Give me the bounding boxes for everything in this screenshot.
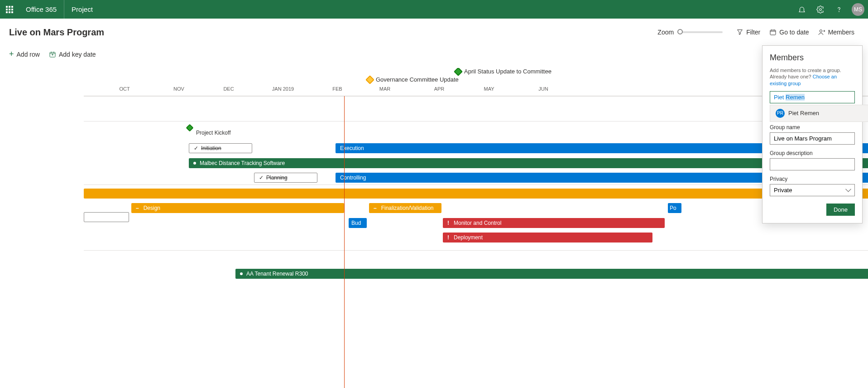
- minus-icon: –: [374, 205, 377, 211]
- privacy-label: Privacy: [770, 176, 855, 182]
- task-bar-design[interactable]: –Design: [131, 203, 344, 213]
- svg-rect-5: [11, 9, 13, 10]
- axis-tick: DEC: [223, 86, 234, 92]
- task-label: Bud: [351, 220, 361, 226]
- brand-link[interactable]: Office 365: [19, 0, 64, 19]
- task-label: Po: [670, 205, 676, 211]
- milestone-label: Governance Committee Update: [376, 76, 459, 83]
- members-button[interactable]: Members: [814, 26, 859, 39]
- task-label: Monitor and Control: [454, 220, 501, 226]
- notifications-button[interactable]: [792, 0, 811, 19]
- timeline: Governance Committee Update April Status…: [0, 68, 868, 388]
- today-line: [344, 96, 345, 388]
- help-button[interactable]: [830, 0, 848, 19]
- settings-button[interactable]: [811, 0, 830, 19]
- check-icon: ✓: [259, 175, 264, 181]
- month-axis: OCT NOV DEC JAN 2019 FEB MAR APR MAY JUN: [84, 86, 868, 96]
- task-label: Design: [144, 205, 160, 211]
- summary-bar[interactable]: AA Tenant Renewal R300: [235, 269, 868, 279]
- diamond-green-icon: [454, 68, 463, 76]
- warning-icon: !: [447, 220, 449, 226]
- page-title: Live on Mars Program: [9, 27, 104, 38]
- timeline-row: AA Tenant Renewal R300 PR Piet Remen AA …: [84, 250, 868, 282]
- zoom-label: Zoom: [657, 29, 674, 36]
- row-headers-column: [0, 68, 84, 388]
- task-bar-initiation[interactable]: ✓Initiation: [189, 143, 252, 153]
- zoom-handle[interactable]: [677, 29, 683, 34]
- dot-icon: [240, 272, 243, 275]
- milestone-callouts: Governance Committee Update April Status…: [84, 68, 868, 86]
- milestone-april-status[interactable]: April Status Update to Committee: [455, 68, 551, 75]
- axis-tick: NOV: [173, 86, 184, 92]
- task-bar-bud[interactable]: Bud: [349, 218, 367, 228]
- add-row-button[interactable]: + Add row: [9, 49, 40, 59]
- done-button[interactable]: Done: [826, 204, 855, 216]
- group-name-input[interactable]: [770, 132, 855, 145]
- dot-icon: [193, 162, 196, 165]
- app-name[interactable]: Project: [64, 5, 100, 13]
- goto-date-button[interactable]: Go to date: [765, 26, 813, 39]
- members-panel: Members Add members to create a group. A…: [762, 45, 863, 223]
- svg-rect-2: [11, 6, 13, 8]
- svg-rect-3: [6, 9, 8, 10]
- task-label: Finalization/Validation: [381, 205, 434, 211]
- timeline-row: Malbec Distance Tracking Software MS Mar…: [84, 121, 868, 184]
- svg-point-10: [839, 11, 839, 12]
- milestone-governance[interactable]: Governance Committee Update: [367, 76, 459, 83]
- group-name-label: Group name: [770, 124, 855, 131]
- milestone-diamond-icon[interactable]: [186, 124, 194, 132]
- add-row-label: Add row: [17, 51, 40, 58]
- actions-row: + Add row Add key date: [0, 46, 868, 68]
- svg-point-12: [820, 30, 822, 32]
- axis-tick: MAY: [484, 86, 494, 92]
- task-label: AA Tenant Renewal R300: [246, 271, 308, 277]
- axis-tick: JAN 2019: [272, 86, 294, 92]
- zoom-slider[interactable]: [677, 31, 723, 33]
- app-launcher-button[interactable]: [0, 0, 19, 19]
- task-bar-empty[interactable]: [84, 212, 129, 222]
- member-search-text-prefix: Piet: [774, 94, 786, 101]
- plus-icon: +: [9, 49, 14, 59]
- task-label: Execution: [340, 145, 364, 151]
- svg-rect-11: [770, 30, 776, 35]
- axis-tick: JUN: [538, 86, 548, 92]
- task-bar-monitor[interactable]: !Monitor and Control: [443, 218, 665, 228]
- task-bar-po[interactable]: Po: [668, 203, 681, 213]
- task-label: Deployment: [454, 234, 483, 241]
- member-search-input[interactable]: Piet Remen: [770, 91, 855, 103]
- members-panel-title: Members: [770, 53, 855, 63]
- check-icon: ✓: [194, 145, 198, 151]
- task-label: Planning: [266, 175, 288, 181]
- milestone-label: April Status Update to Committee: [464, 68, 551, 75]
- task-bar-planning[interactable]: ✓Planning: [254, 173, 317, 183]
- task-bar-deployment[interactable]: !Deployment: [443, 233, 652, 242]
- members-help-text: Add members to create a group. Already h…: [770, 67, 855, 87]
- zoom-control[interactable]: Zoom: [657, 29, 723, 36]
- svg-point-9: [819, 8, 821, 10]
- filter-button[interactable]: Filter: [732, 26, 765, 39]
- member-search-text-selected: Remen: [786, 94, 805, 101]
- user-avatar[interactable]: MS: [852, 3, 864, 16]
- member-suggestion[interactable]: PR Piet Remen: [770, 105, 868, 122]
- milestone-kickoff-label: Project Kickoff: [196, 130, 230, 136]
- svg-rect-4: [9, 9, 10, 10]
- diamond-orange-icon: [365, 75, 374, 84]
- add-key-date-button[interactable]: Add key date: [49, 51, 96, 58]
- task-bar-finalization[interactable]: –Finalization/Validation: [369, 203, 441, 213]
- group-desc-input[interactable]: [770, 158, 855, 170]
- members-label: Members: [828, 29, 854, 36]
- suggestion-name: Piet Remen: [788, 110, 819, 116]
- svg-rect-8: [11, 11, 13, 13]
- warning-icon: !: [447, 234, 449, 241]
- timeline-row: Malibu Database Technology R250 Software…: [84, 184, 868, 250]
- suggestion-avatar: PR: [776, 109, 785, 118]
- add-key-date-label: Add key date: [59, 51, 96, 58]
- summary-bar-orange[interactable]: [84, 189, 868, 199]
- suite-bar: Office 365 Project MS: [0, 0, 868, 19]
- svg-rect-1: [9, 6, 10, 8]
- goto-date-label: Go to date: [779, 29, 809, 36]
- privacy-select[interactable]: [770, 184, 855, 196]
- axis-tick: MAR: [379, 86, 390, 92]
- task-label: Initiation: [201, 145, 221, 151]
- axis-tick: APR: [434, 86, 445, 92]
